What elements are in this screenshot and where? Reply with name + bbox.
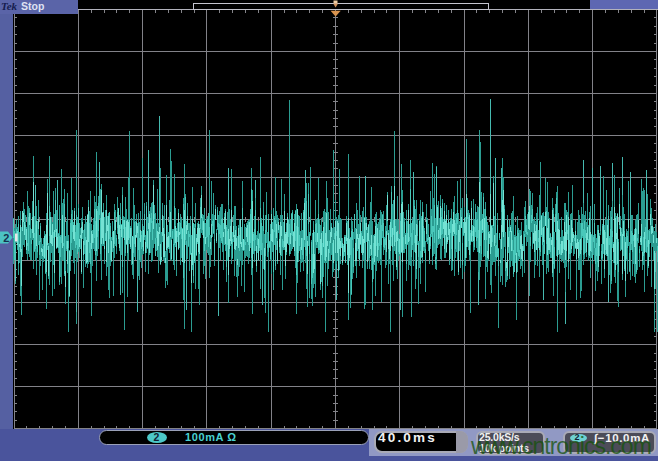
svg-text:2: 2 [3, 232, 9, 244]
